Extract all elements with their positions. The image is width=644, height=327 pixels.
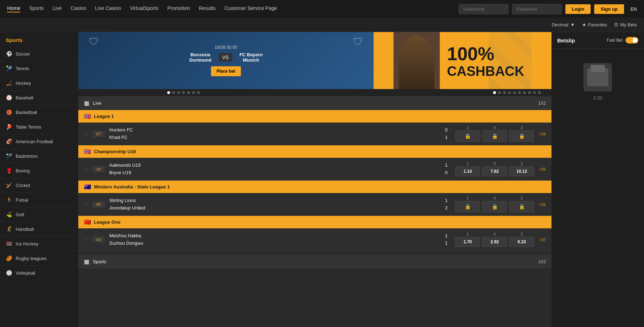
nav-casino[interactable]: Casino xyxy=(71,5,86,12)
dot-r1[interactable] xyxy=(493,91,496,94)
odds-4-1-button[interactable]: 1.70 xyxy=(455,237,480,247)
match-row-4: ☆ 44' Meizhou Hakka Suzhou Dongwu 1 1 1 … xyxy=(78,228,551,251)
dot-r3[interactable] xyxy=(503,91,506,94)
chevron-down-icon: ▼ xyxy=(570,22,575,27)
sidebar-item-hockey[interactable]: 🏒 Hockey xyxy=(0,76,78,90)
top-navigation: Home Sports Live Casino Live Casino Virt… xyxy=(0,0,644,18)
dot-r9[interactable] xyxy=(533,91,536,94)
nav-customer-service[interactable]: Customer Service Page xyxy=(225,5,277,12)
favorite-star-1[interactable]: ☆ xyxy=(84,130,89,137)
sidebar-label-american-football: American Football xyxy=(16,139,53,144)
shield-left-icon: 🛡 xyxy=(89,36,99,47)
nav-live[interactable]: Live xyxy=(53,5,62,12)
favorites-button[interactable]: ★ Favorites xyxy=(582,22,607,27)
odds-2-locked[interactable]: 🔒 xyxy=(509,130,534,142)
sports-col-label: 1X2 xyxy=(538,259,546,264)
sidebar-item-futsal[interactable]: 🏃 Futsal xyxy=(0,193,78,207)
odds-3-x-locked[interactable]: 🔒 xyxy=(482,201,507,212)
favorite-star-3[interactable]: ☆ xyxy=(84,201,89,208)
sidebar-item-table-tennis[interactable]: 🏓 Table Tennis xyxy=(0,120,78,134)
betslip-header: Betslip Fast Bet xyxy=(551,32,644,49)
fast-bet-switch[interactable] xyxy=(625,37,638,43)
dot-6[interactable] xyxy=(192,91,195,94)
dot-1[interactable] xyxy=(167,91,170,94)
odds-3-1-locked[interactable]: 🔒 xyxy=(455,201,480,212)
betslip-tray-icon xyxy=(584,63,612,92)
odds-2-x-button[interactable]: 7.62 xyxy=(482,166,507,176)
banner-dots-left xyxy=(78,91,200,94)
dot-r10[interactable] xyxy=(538,91,541,94)
more-odds-1[interactable]: +24 xyxy=(539,132,546,136)
odds-col-1-2: 2 🔒 xyxy=(509,126,534,142)
sidebar-item-tennis[interactable]: 🎾 Tennis xyxy=(0,61,78,76)
place-bet-button[interactable]: Place bet xyxy=(211,66,241,76)
odds-4-x-button[interactable]: 2.92 xyxy=(482,237,507,247)
dot-r6[interactable] xyxy=(518,91,521,94)
sidebar-item-golf[interactable]: ⛳ Golf xyxy=(0,207,78,222)
sidebar-item-badminton[interactable]: 🏸 Badminton xyxy=(0,149,78,164)
nav-live-casino[interactable]: Live Casino xyxy=(95,5,121,12)
sidebar-item-handball[interactable]: 🤾 Handball xyxy=(0,222,78,237)
boxing-icon: 🥊 xyxy=(6,167,12,174)
nav-sports[interactable]: Sports xyxy=(29,5,43,12)
odds-4-2-button[interactable]: 6.33 xyxy=(509,237,534,247)
password-input[interactable] xyxy=(512,4,562,14)
lock-icon: 🔒 xyxy=(465,204,471,209)
league-3-name: Western Australia - State League 1 xyxy=(94,184,170,190)
mybets-button[interactable]: ☰ My Bets xyxy=(614,22,637,27)
dot-5[interactable] xyxy=(187,91,190,94)
sidebar-item-cricket[interactable]: 🏏 Cricket xyxy=(0,178,78,193)
odds-col-3-1: 1 🔒 xyxy=(455,196,480,212)
badminton-icon: 🏸 xyxy=(6,153,12,159)
fast-bet-toggle[interactable]: Fast Bet xyxy=(607,37,638,43)
decimal-selector[interactable]: Decimal ▼ xyxy=(552,22,575,27)
odds-group-4: 1 1.70 X 2.92 2 6.33 +37 xyxy=(455,232,546,247)
odds-1-locked[interactable]: 🔒 xyxy=(455,130,480,142)
dot-r4[interactable] xyxy=(508,91,511,94)
favorite-star-2[interactable]: ☆ xyxy=(84,166,89,172)
match-time-1: 67' xyxy=(93,131,105,137)
favorite-star-4[interactable]: ☆ xyxy=(84,236,89,243)
sidebar-item-baseball[interactable]: ⚾ Baseball xyxy=(0,90,78,105)
dot-3[interactable] xyxy=(177,91,180,94)
nav-home[interactable]: Home xyxy=(7,5,20,12)
dot-4[interactable] xyxy=(182,91,185,94)
banner-team1: BorussiaDortmund xyxy=(189,52,211,63)
league-3-flag: 🇦🇺 xyxy=(84,183,91,190)
language-selector[interactable]: EN xyxy=(630,6,637,12)
sidebar-item-volleyball[interactable]: 🏐 Volleyball xyxy=(0,266,78,280)
username-input[interactable] xyxy=(459,4,508,14)
nav-virtual-sports[interactable]: VirtualSports xyxy=(130,5,158,12)
dot-r8[interactable] xyxy=(528,91,531,94)
dot-r5[interactable] xyxy=(513,91,516,94)
odds-2-1-button[interactable]: 1.14 xyxy=(455,166,480,176)
more-odds-3[interactable]: +31 xyxy=(539,202,546,207)
ice-hockey-icon: 🥅 xyxy=(6,240,12,247)
sidebar-item-boxing[interactable]: 🥊 Boxing xyxy=(0,164,78,178)
match-teams-4: Meizhou Hakka Suzhou Dongwu xyxy=(109,232,437,247)
dot-r7[interactable] xyxy=(523,91,526,94)
sidebar-item-soccer[interactable]: ⚽ Soccer xyxy=(0,47,78,61)
odds-col-3-x: X 🔒 xyxy=(482,196,507,212)
sidebar-item-rugby[interactable]: 🏉 Rugby leagues xyxy=(0,251,78,266)
dot-r2[interactable] xyxy=(498,91,501,94)
odds-3-2-locked[interactable]: 🔒 xyxy=(509,201,534,212)
nav-right: Login Sign up EN xyxy=(459,4,637,14)
sidebar-item-ice-hockey[interactable]: 🥅 Ice Hockey xyxy=(0,237,78,251)
more-odds-4[interactable]: +37 xyxy=(539,238,546,242)
sidebar-item-basketball[interactable]: 🏀 Basketball xyxy=(0,105,78,120)
match-teams-2: Aalesunds U19 Bryne U19 xyxy=(109,162,437,177)
league-row-4: 🇨🇳 League One xyxy=(78,216,551,228)
odds-x-locked[interactable]: 🔒 xyxy=(482,130,507,142)
sidebar-label-futsal: Futsal xyxy=(16,197,28,203)
dot-7[interactable] xyxy=(197,91,200,94)
signup-button[interactable]: Sign up xyxy=(594,4,624,14)
nav-results[interactable]: Results xyxy=(199,5,216,12)
nav-promotion[interactable]: Promotion xyxy=(167,5,190,12)
odds-2-2-button[interactable]: 10.12 xyxy=(509,166,534,176)
dot-2[interactable] xyxy=(172,91,175,94)
sidebar-item-american-football[interactable]: 🏈 American Football xyxy=(0,134,78,149)
more-odds-2[interactable]: +25 xyxy=(539,167,546,171)
match-time-4: 44' xyxy=(93,237,105,243)
login-button[interactable]: Login xyxy=(565,4,591,14)
